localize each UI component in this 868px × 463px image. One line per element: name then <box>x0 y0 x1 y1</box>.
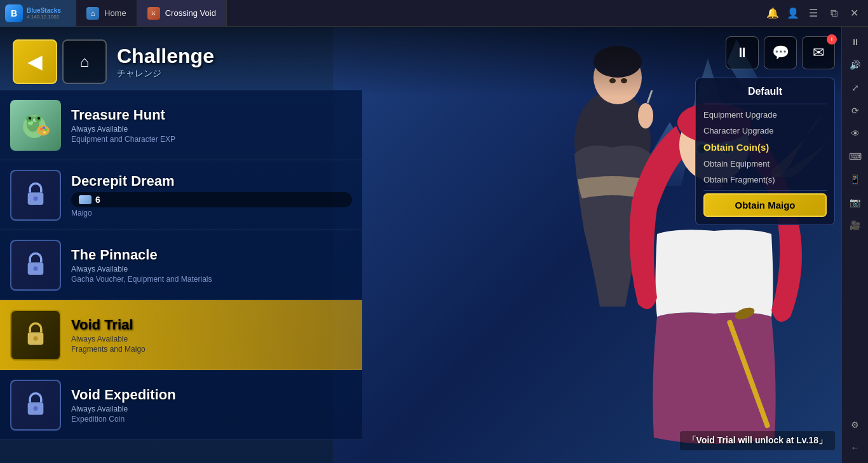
challenge-title: Challenge <box>117 45 214 68</box>
home-tab-icon: ⌂ <box>86 7 99 20</box>
sidebar-keyboard-btn[interactable]: ⌨ <box>845 146 865 167</box>
sidebar-phone-btn[interactable]: 📱 <box>845 169 865 190</box>
void-trial-desc: Fragments and Maigo <box>71 345 352 354</box>
pause-btn[interactable]: ⏸ <box>726 36 759 69</box>
menu-item-void-trial[interactable]: Void Trial Always Available Fragments an… <box>0 300 362 370</box>
game-tab-icon: ⚔ <box>147 7 160 20</box>
reward-obtain-maigo-btn[interactable]: Obtain Maigo <box>703 193 827 217</box>
reward-obtain-coins[interactable]: Obtain Coin(s) <box>703 139 827 156</box>
restore-icon[interactable]: ⧉ <box>827 8 840 19</box>
sidebar-settings-btn[interactable]: ⚙ <box>845 415 865 435</box>
app-name: BlueStacks <box>27 7 61 14</box>
reward-equipment-upgrade[interactable]: Equipment Upgrade <box>703 107 827 123</box>
sidebar-camera-btn[interactable]: 📷 <box>845 192 865 212</box>
challenge-subtitle: チャレンジ <box>117 68 214 79</box>
tab-home[interactable]: ⌂ Home <box>76 0 137 26</box>
treasure-hunt-availability: Always Available <box>71 125 352 134</box>
menu-item-decrepit-dream[interactable]: Decrepit Dream 6 Maigo <box>0 160 362 230</box>
bottom-notice: 「Void Trial will unlock at Lv.18」 <box>680 431 835 450</box>
void-expedition-icon <box>10 380 61 431</box>
sidebar-back-btn[interactable]: ← <box>845 438 865 458</box>
menu-icon[interactable]: ☰ <box>807 7 820 19</box>
bell-icon[interactable]: 🔔 <box>766 7 779 19</box>
ticket-count: 6 <box>95 195 100 205</box>
sidebar-pause-btn[interactable]: ⏸ <box>845 32 865 52</box>
close-icon[interactable]: ✕ <box>848 7 860 19</box>
mail-icon: ✉ <box>813 45 824 61</box>
the-pinnacle-desc: Gacha Voucher, Equipment and Materials <box>71 275 352 284</box>
bluestacks-icon: B <box>5 4 23 22</box>
menu-item-void-expedition[interactable]: Void Expedition Always Available Expedit… <box>0 370 362 440</box>
void-expedition-desc: Expedition Coin <box>71 415 352 424</box>
sidebar-video-btn[interactable]: 🎥 <box>845 215 865 235</box>
the-pinnacle-icon <box>10 240 61 291</box>
reward-obtain-equipment[interactable]: Obtain Equipment <box>703 156 827 172</box>
sidebar-fullscreen-btn[interactable]: ⤢ <box>845 78 865 98</box>
decrepit-dream-name: Decrepit Dream <box>71 173 352 190</box>
tab-home-label: Home <box>104 8 126 18</box>
svg-point-29 <box>43 131 46 134</box>
right-sidebar: ⏸ 🔊 ⤢ ⟳ 👁 ⌨ 📱 📷 🎥 ⚙ ← <box>841 27 868 463</box>
void-expedition-name: Void Expedition <box>71 387 352 403</box>
svg-point-31 <box>33 196 37 200</box>
tab-game[interactable]: ⚔ Crossing Void <box>137 0 227 26</box>
treasure-hunt-name: Treasure Hunt <box>71 107 352 123</box>
treasure-hunt-icon <box>10 100 61 151</box>
sidebar-eye-btn[interactable]: 👁 <box>845 123 865 144</box>
svg-point-37 <box>33 406 37 410</box>
ticket-counter: 6 <box>71 192 352 207</box>
mail-btn[interactable]: ✉ ! <box>802 36 835 69</box>
svg-point-28 <box>44 128 47 131</box>
rewards-divider-2 <box>703 190 827 191</box>
sidebar-rotate-btn[interactable]: ⟳ <box>845 100 865 121</box>
svg-point-33 <box>33 266 37 270</box>
lock-overlay-decrepit <box>11 171 60 219</box>
app-version: 4.140.12.1002 <box>27 14 61 20</box>
game-area: ◀ ⌂ Challenge チャレンジ ⏸ 💬 ✉ ! Default Equi… <box>0 27 841 463</box>
challenge-title-area: Challenge チャレンジ <box>117 45 214 79</box>
svg-point-23 <box>29 117 31 120</box>
chat-btn[interactable]: 💬 <box>764 36 797 69</box>
back-button[interactable]: ◀ <box>13 39 57 84</box>
pause-icon: ⏸ <box>735 45 749 61</box>
svg-point-24 <box>37 117 40 120</box>
lock-overlay-pinnacle <box>11 241 60 289</box>
svg-point-27 <box>43 127 45 129</box>
rewards-panel: Default Equipment Upgrade Character Upgr… <box>695 78 835 225</box>
mail-badge: ! <box>827 34 837 45</box>
tabs-area: ⌂ Home ⚔ Crossing Void <box>76 0 759 26</box>
bluestacks-logo: B BlueStacks 4.140.12.1002 <box>0 0 76 27</box>
treasure-hunt-desc: Equipment and Character EXP <box>71 135 352 144</box>
rewards-divider-1 <box>703 104 827 104</box>
lock-overlay-expedition <box>11 381 60 429</box>
void-trial-name: Void Trial <box>71 317 352 333</box>
svg-point-26 <box>40 128 43 130</box>
void-trial-availability: Always Available <box>71 335 352 343</box>
decrepit-dream-icon <box>10 170 61 221</box>
chat-icon: 💬 <box>772 45 789 61</box>
lock-overlay-void-trial <box>11 311 60 359</box>
the-pinnacle-name: The Pinnacle <box>71 247 352 263</box>
game-top-right-icons: ⏸ 💬 ✉ ! <box>726 36 835 69</box>
reward-obtain-fragments[interactable]: Obtain Fragment(s) <box>703 172 827 188</box>
menu-item-treasure-hunt[interactable]: Treasure Hunt Always Available Equipment… <box>0 90 362 160</box>
the-pinnacle-availability: Always Available <box>71 265 352 273</box>
rewards-title: Default <box>703 86 827 97</box>
void-expedition-availability: Always Available <box>71 404 352 413</box>
tab-game-label: Crossing Void <box>165 8 216 18</box>
ticket-icon <box>79 195 92 204</box>
home-button[interactable]: ⌂ <box>62 39 107 84</box>
menu-item-the-pinnacle[interactable]: The Pinnacle Always Available Gacha Vouc… <box>0 230 362 300</box>
menu-list: Treasure Hunt Always Available Equipment… <box>0 90 362 440</box>
svg-point-35 <box>33 336 37 340</box>
void-trial-icon <box>10 310 61 361</box>
titlebar-controls: 🔔 👤 ☰ ⧉ ✕ <box>759 7 868 19</box>
sidebar-volume-btn[interactable]: 🔊 <box>845 55 865 75</box>
decrepit-dream-desc: Maigo <box>71 209 352 218</box>
user-icon[interactable]: 👤 <box>787 7 799 19</box>
reward-character-upgrade[interactable]: Character Upgrade <box>703 123 827 139</box>
titlebar: B BlueStacks 4.140.12.1002 ⌂ Home ⚔ Cros… <box>0 0 868 27</box>
